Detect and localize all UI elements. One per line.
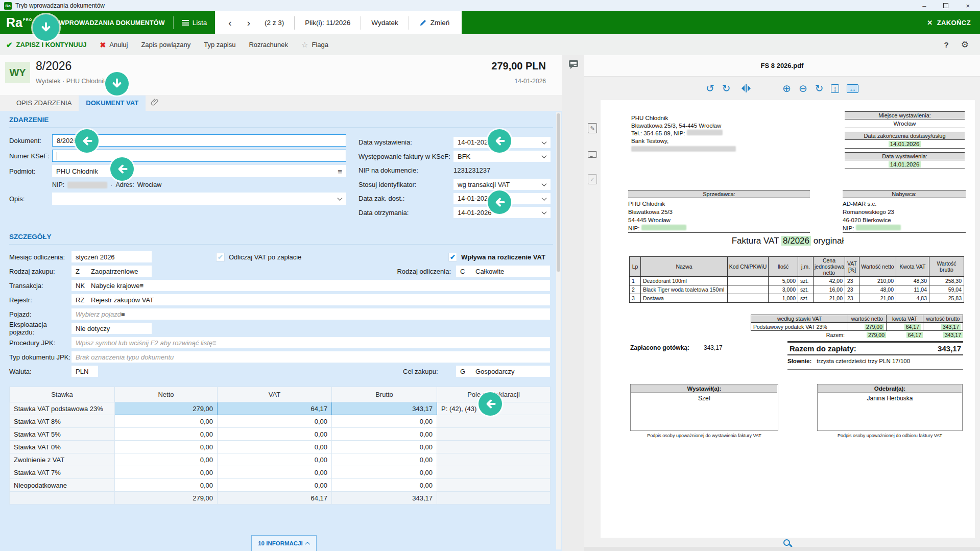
- fit-width-icon[interactable]: ↔: [847, 84, 858, 93]
- vat-cell[interactable]: 0,00: [218, 479, 332, 492]
- flag-button[interactable]: ☆ Flaga: [301, 40, 328, 50]
- opis-input[interactable]: [52, 193, 346, 205]
- fit-height-icon[interactable]: ↕: [831, 84, 839, 93]
- settlement-button[interactable]: Rozrachunek: [249, 41, 288, 49]
- zoom-out-icon[interactable]: ⊖: [799, 83, 807, 93]
- cancel-button[interactable]: ✖ Anuluj: [100, 41, 128, 49]
- document-header: WY 8/2026 Wydatek · PHU Chłodnik 279,00 …: [0, 55, 562, 95]
- info-box-data-zakonczenia: Data zakończenia dostawy/usług 14.01.202…: [845, 132, 965, 149]
- checkbox-icon: ✔: [216, 253, 225, 261]
- vat-total-row: 279,00 64,17 343,17: [10, 492, 551, 505]
- odliczaj-vat-checkbox[interactable]: ✔ Odliczaj VAT po zapłacie: [216, 253, 301, 261]
- field-waluta: Waluta: PLN Cel zakupu: GGospodarczy: [9, 364, 553, 378]
- gear-icon[interactable]: ⚙: [961, 39, 969, 50]
- section-title-zdarzenie: ZDARZENIE: [9, 116, 553, 128]
- chevron-down-icon: [542, 139, 547, 145]
- vat-cell[interactable]: 0,00: [218, 428, 332, 441]
- vat-cell[interactable]: 0,00: [115, 466, 218, 479]
- edit-document-icon[interactable]: ✎: [588, 123, 597, 133]
- field-podmiot: Podmiot: PHU Chłodnik≡: [9, 163, 346, 179]
- comments-icon[interactable]: [588, 151, 597, 158]
- vat-cell[interactable]: 0,00: [115, 428, 218, 441]
- pdf-bottom-scrollbar[interactable]: [584, 547, 980, 551]
- flip-horizontal-icon[interactable]: [738, 84, 754, 92]
- procedury-jpk-input[interactable]: Wpisz symbol lub wciśnij F2 aby rozwinąć…: [71, 337, 550, 348]
- doc-amount: 279,00 PLN: [491, 60, 546, 72]
- save-and-continue-button[interactable]: ✔ ZAPISZ I KONTYNUUJ: [6, 40, 87, 50]
- pojazd-input[interactable]: Wybierz pojazd≡: [71, 308, 550, 320]
- vat-cell[interactable]: 0,00: [218, 466, 332, 479]
- rotate-left-icon[interactable]: ↺: [706, 83, 714, 93]
- maximize-icon[interactable]: [943, 3, 948, 8]
- vat-cell[interactable]: 343,17: [332, 402, 437, 415]
- close-icon[interactable]: ×: [966, 3, 970, 9]
- help-button[interactable]: ?: [944, 40, 949, 49]
- tab-opis-zdarzenia[interactable]: OPIS ZDARZENIA: [9, 95, 79, 111]
- rodzaj-odliczenia-select[interactable]: CCałkowite: [456, 266, 550, 277]
- vat-cell[interactable]: 0,00: [332, 428, 437, 441]
- vat-cell[interactable]: 0,00: [115, 453, 218, 466]
- refresh-zoom-icon[interactable]: ↻: [815, 83, 824, 93]
- pdf-approve-icon[interactable]: ✓: [588, 174, 597, 184]
- tab-dokument-vat[interactable]: DOKUMENT VAT: [79, 95, 146, 111]
- typ-dokumentu-jpk-select[interactable]: Brak oznaczenia typu dokumentu: [71, 351, 550, 363]
- vat-cell[interactable]: 0,00: [115, 479, 218, 492]
- vat-cell[interactable]: 64,17: [218, 402, 332, 415]
- callout-arrow-left-podmiot-field: [110, 157, 134, 181]
- vat-cell[interactable]: 0,00: [332, 466, 437, 479]
- waluta-select[interactable]: PLN: [71, 366, 98, 377]
- wplywa-na-rozliczenie-checkbox[interactable]: ✔ Wpływa na rozliczenie VAT: [448, 253, 545, 261]
- wystepowanie-ksef-select[interactable]: BFK: [453, 151, 551, 162]
- field-data-otrzymania: Data otrzymania: 14-01-2026: [358, 206, 553, 220]
- rejestr-select[interactable]: RZRejestr zakupów VAT: [71, 294, 550, 305]
- zoom-in-icon[interactable]: ⊕: [782, 83, 791, 93]
- scrollbar-thumb[interactable]: [557, 113, 560, 272]
- finish-button[interactable]: ✕ ZAKOŃCZ: [918, 11, 980, 34]
- cel-zakupu-select[interactable]: GGospodarczy: [456, 366, 550, 377]
- eksploatacja-select[interactable]: Nie dotyczy: [71, 323, 152, 334]
- vat-cell[interactable]: 0,00: [332, 453, 437, 466]
- vat-cell[interactable]: 0,00: [332, 479, 437, 492]
- menu-icon[interactable]: ≡: [338, 167, 342, 175]
- vat-cell[interactable]: 0,00: [332, 441, 437, 453]
- transakcja-select[interactable]: NKNabycie krajowe≡: [71, 280, 550, 291]
- vat-row-np: Nieopodatkowane 0,00 0,00 0,00: [10, 479, 551, 492]
- vat-cell[interactable]: 279,00: [115, 402, 218, 415]
- paperclip-icon[interactable]: [151, 98, 159, 108]
- doc-date: 14-01-2026: [515, 78, 546, 85]
- vat-cell[interactable]: 0,00: [218, 415, 332, 428]
- prev-record-button[interactable]: ‹: [224, 17, 235, 29]
- vat-cell[interactable]: 0,00: [115, 415, 218, 428]
- vat-cell[interactable]: 0,00: [332, 415, 437, 428]
- pdf-side-rail: ✎ ✓: [584, 100, 601, 551]
- numer-ksef-input[interactable]: [52, 150, 346, 162]
- menu-icon[interactable]: ≡: [139, 282, 144, 290]
- chevron-down-icon: [542, 209, 547, 214]
- field-dokument: Dokument: 8/2026: [9, 133, 346, 148]
- vat-cell[interactable]: 0,00: [115, 441, 218, 453]
- next-record-button[interactable]: ›: [243, 17, 254, 29]
- rotate-right-icon[interactable]: ↻: [722, 83, 731, 93]
- lista-button[interactable]: Lista: [174, 11, 216, 34]
- linked-entry-button[interactable]: Zapis powiązany: [141, 41, 190, 49]
- amount-in-words: Słownie:trzysta czterdzieści trzy PLN 17…: [787, 358, 963, 364]
- rodzaj-zakupu-select[interactable]: ZZaopatrzeniowe: [71, 266, 152, 277]
- stosuj-identyfikator-select[interactable]: wg transakcji VAT: [453, 179, 551, 190]
- podmiot-input[interactable]: PHU Chłodnik≡: [52, 165, 346, 177]
- entry-type-button[interactable]: Typ zapisu: [204, 41, 235, 49]
- items-header-row: LpNazwaKod CN/PKWiUIlośćj.m.Cena jednost…: [630, 257, 964, 277]
- menu-icon[interactable]: ≡: [212, 339, 217, 347]
- menu-icon[interactable]: ≡: [121, 310, 125, 318]
- field-transakcja: Transakcja: NKNabycie krajowe≡: [9, 278, 553, 293]
- change-button[interactable]: Zmień: [416, 19, 453, 27]
- minimize-icon[interactable]: –: [922, 3, 926, 9]
- chevron-up-icon: [305, 541, 310, 546]
- notes-bubble-icon[interactable]: [569, 60, 578, 67]
- vat-cell[interactable]: 0,00: [218, 453, 332, 466]
- issuer-signature-box: Wystawił(a): Szef: [630, 384, 778, 431]
- form-scrollbar[interactable]: [556, 112, 561, 549]
- vat-summary-razem: Razem: 279,00 64,17 343,17: [751, 332, 963, 338]
- vat-cell[interactable]: 0,00: [218, 441, 332, 453]
- informacje-expander-button[interactable]: 10 INFORMACJI: [251, 535, 317, 551]
- miesiac-odliczenia-select[interactable]: styczeń 2026: [71, 251, 152, 262]
